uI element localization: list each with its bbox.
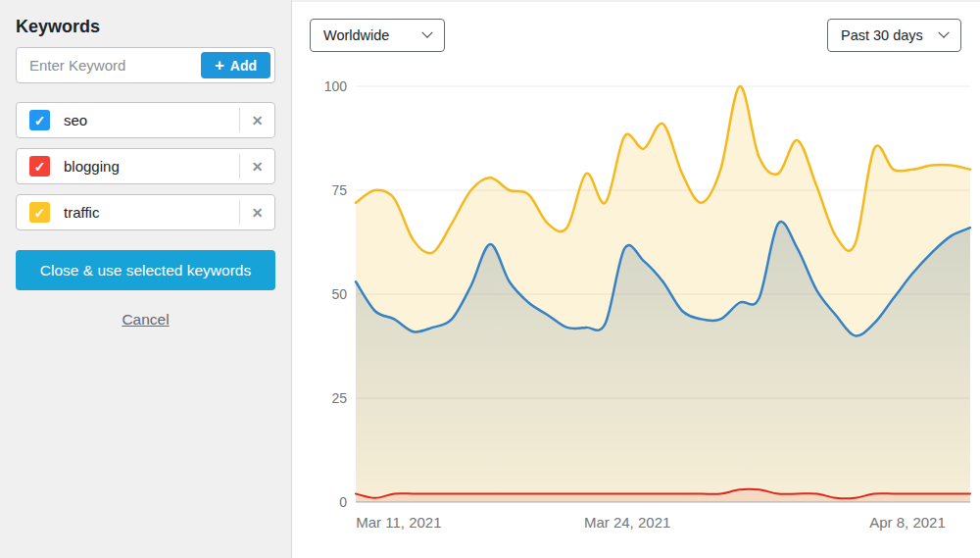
keyword-checkbox-checked[interactable]: ✓ (29, 110, 50, 130)
keyword-label: traffic (64, 204, 99, 221)
y-axis-label: 0 (339, 494, 347, 510)
region-select[interactable]: Worldwide (310, 19, 445, 52)
checkmark-icon: ✓ (34, 159, 46, 175)
checkmark-icon: ✓ (34, 205, 46, 221)
y-axis-label: 50 (331, 286, 347, 302)
trends-panel: Worldwide Past 30 days 0255075100Mar 11,… (292, 0, 980, 558)
add-keyword-button[interactable]: + Add (201, 52, 270, 78)
date-range-select-value: Past 30 days (841, 27, 923, 43)
remove-keyword-button[interactable]: ✕ (240, 103, 274, 137)
keyword-checkbox-checked[interactable]: ✓ (29, 156, 50, 177)
keyword-label: blogging (64, 158, 120, 175)
y-axis-label: 100 (324, 78, 348, 94)
remove-keyword-button[interactable]: ✕ (240, 149, 274, 183)
close-icon: ✕ (252, 205, 264, 221)
keyword-checkbox-checked[interactable]: ✓ (29, 202, 50, 223)
chevron-down-icon (421, 27, 432, 38)
trend-chart: 0255075100Mar 11, 2021Mar 24, 2021Apr 8,… (292, 2, 980, 558)
keyword-item: ✓ seo ✕ (16, 102, 275, 138)
remove-keyword-button[interactable]: ✕ (240, 195, 274, 229)
cancel-link[interactable]: Cancel (122, 311, 169, 329)
keyword-input-row: + Add (16, 47, 275, 83)
plus-icon: + (215, 57, 224, 74)
sidebar-title: Keywords (16, 16, 275, 37)
y-axis-label: 25 (331, 390, 347, 406)
date-range-select[interactable]: Past 30 days (827, 19, 961, 52)
checkmark-icon: ✓ (34, 113, 46, 128)
chevron-down-icon (938, 27, 949, 38)
close-use-keywords-button[interactable]: Close & use selected keywords (16, 250, 275, 290)
x-axis-label: Mar 11, 2021 (356, 514, 441, 531)
keyword-label: seo (64, 112, 87, 128)
keywords-sidebar: Keywords + Add ✓ seo ✕ ✓ blogging ✕ ✓ tr… (0, 0, 292, 558)
close-icon: ✕ (252, 113, 264, 128)
close-icon: ✕ (252, 159, 264, 175)
region-select-value: Worldwide (323, 27, 389, 43)
y-axis-label: 75 (331, 182, 347, 198)
add-button-label: Add (230, 58, 257, 74)
x-axis-label: Apr 8, 2021 (869, 514, 946, 531)
keyword-item: ✓ blogging ✕ (16, 148, 275, 184)
keyword-item: ✓ traffic ✕ (16, 194, 275, 230)
x-axis-label: Mar 24, 2021 (584, 514, 670, 531)
